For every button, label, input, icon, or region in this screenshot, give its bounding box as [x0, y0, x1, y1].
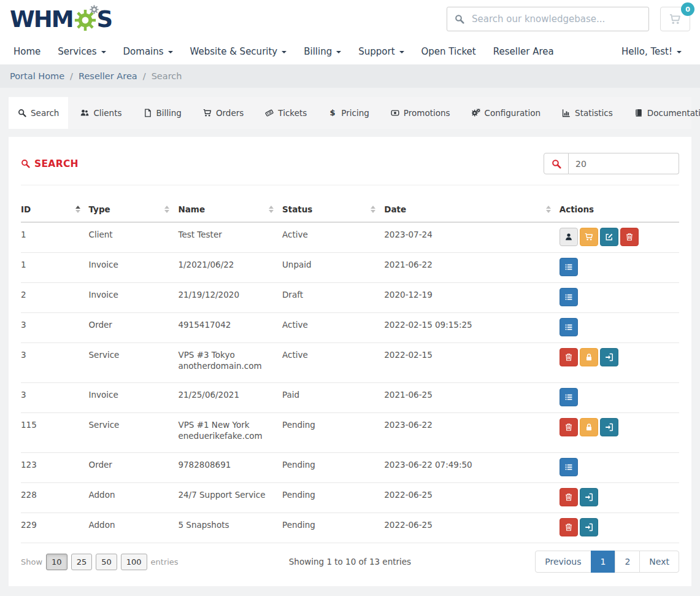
delete-service-button[interactable] [560, 418, 578, 436]
view-invoice-button[interactable] [560, 288, 578, 306]
sort-arrows-icon[interactable] [546, 206, 551, 213]
cell-name: VPS #1 New Yorkeneduerikefake.com [178, 413, 282, 453]
tab-configuration[interactable]: Configuration [463, 97, 550, 129]
users-icon [80, 109, 89, 117]
promotions-icon [391, 109, 399, 117]
edit-client-button[interactable] [600, 228, 618, 246]
login-service-button[interactable] [600, 348, 618, 366]
delete-service-button[interactable] [560, 348, 578, 366]
filter-input[interactable] [569, 153, 679, 174]
panel-title-label: SEARCH [34, 158, 79, 169]
delete-client-button[interactable] [620, 228, 639, 246]
pagination-previous[interactable]: Previous [535, 551, 591, 573]
tab-orders[interactable]: Orders [194, 97, 253, 129]
table-row: 3ServiceVPS #3 Tokyoanotherdomain.comAct… [21, 343, 679, 383]
sort-arrows-icon[interactable] [269, 206, 274, 213]
page-size-button-50[interactable]: 50 [96, 554, 117, 570]
client-profile-button[interactable] [560, 228, 578, 246]
top-header: WHM [0, 0, 700, 38]
nav-item-reseller-area[interactable]: Reseller Area [485, 38, 563, 64]
login-icon [585, 523, 593, 532]
nav-item-services[interactable]: Services [49, 38, 114, 64]
pagination-1[interactable]: 1 [591, 551, 616, 573]
chevron-down-icon [101, 51, 106, 53]
tab-documentation[interactable]: Documentation [625, 97, 700, 129]
search-icon [455, 14, 464, 24]
module-tabs: SearchClientsBillingOrdersTickets$Pricin… [9, 97, 691, 129]
cell-actions [560, 413, 679, 453]
cell-status: Pending [282, 453, 384, 483]
trash-icon [564, 523, 573, 532]
gears-icon [472, 109, 480, 117]
login-icon [585, 493, 593, 501]
cell-name: 4915417042 [178, 313, 282, 343]
column-header-type[interactable]: Type [89, 199, 179, 222]
cell-id: 229 [21, 513, 89, 543]
login-icon [605, 423, 613, 432]
user-menu[interactable]: Hello, Test! [613, 38, 690, 64]
filter-search-button[interactable] [544, 153, 569, 174]
sort-arrows-icon[interactable] [75, 206, 80, 213]
nav-item-billing[interactable]: Billing [295, 38, 350, 64]
cell-actions [560, 313, 679, 343]
tab-pricing[interactable]: $Pricing [319, 97, 379, 129]
tab-billing[interactable]: Billing [134, 97, 191, 129]
login-addon-button[interactable] [580, 488, 598, 506]
breadcrumb-item-reseller-area[interactable]: Reseller Area [79, 71, 137, 81]
sort-arrows-icon[interactable] [371, 206, 375, 213]
cell-id: 123 [21, 453, 89, 483]
table-row: 123Order9782808691Pending2023-06-22 07:4… [21, 453, 679, 483]
nav-item-support[interactable]: Support [350, 38, 412, 64]
column-header-date[interactable]: Date [384, 199, 559, 222]
cell-id: 228 [21, 483, 89, 513]
tab-clients[interactable]: Clients [71, 97, 131, 129]
breadcrumb: Portal Home/Reseller Area/Search [0, 64, 700, 88]
delete-addon-button[interactable] [560, 488, 578, 506]
cell-type: Invoice [89, 253, 179, 283]
suspend-service-button[interactable] [580, 418, 598, 436]
cart-button[interactable]: 0 [660, 7, 690, 31]
lock-icon [585, 353, 593, 362]
column-header-status[interactable]: Status [282, 199, 384, 222]
nav-item-domains[interactable]: Domains [115, 38, 182, 64]
pagination-2[interactable]: 2 [615, 551, 640, 573]
breadcrumb-item-portal-home[interactable]: Portal Home [10, 71, 64, 81]
tab-search[interactable]: Search [9, 97, 68, 129]
table-footer: Show 102550100 entries Showing 1 to 10 o… [21, 551, 679, 573]
knowledgebase-search-input[interactable] [447, 7, 649, 31]
suspend-service-button[interactable] [580, 348, 598, 366]
page-size-button-25[interactable]: 25 [71, 554, 93, 570]
tab-tickets[interactable]: Tickets [256, 97, 316, 129]
pagination-next[interactable]: Next [639, 551, 679, 573]
chevron-down-icon [399, 51, 404, 53]
tab-promotions[interactable]: Promotions [382, 97, 460, 129]
sort-arrows-icon[interactable] [164, 206, 169, 213]
page-size-button-100[interactable]: 100 [121, 554, 147, 570]
nav-item-home[interactable]: Home [10, 38, 49, 64]
client-orders-button[interactable] [580, 228, 598, 246]
cell-actions [560, 283, 679, 313]
login-service-button[interactable] [600, 418, 618, 436]
nav-item-open-ticket[interactable]: Open Ticket [413, 38, 485, 64]
delete-addon-button[interactable] [560, 518, 578, 536]
trash-icon [564, 493, 573, 501]
search-icon [18, 109, 26, 117]
view-invoice-button[interactable] [560, 388, 578, 406]
cell-status: Pending [282, 413, 384, 453]
page-size-button-10[interactable]: 10 [46, 554, 67, 570]
login-addon-button[interactable] [580, 518, 598, 536]
column-header-id[interactable]: ID [21, 199, 89, 222]
nav-item-website-security[interactable]: Website & Security [182, 38, 296, 64]
cell-id: 3 [21, 383, 89, 413]
view-order-button[interactable] [560, 458, 578, 476]
view-invoice-button[interactable] [560, 258, 578, 276]
cell-type: Invoice [89, 283, 179, 313]
cell-name: 21/25/06/2021 [178, 383, 282, 413]
table-row: 1Invoice1/2021/06/22Unpaid2021-06-22 [21, 253, 679, 283]
tab-statistics[interactable]: Statistics [553, 97, 622, 129]
column-header-name[interactable]: Name [178, 199, 282, 222]
trash-icon [625, 233, 634, 241]
whmcs-logo[interactable]: WHM [10, 8, 112, 31]
cell-status: Unpaid [282, 253, 384, 283]
view-order-button[interactable] [560, 318, 578, 336]
